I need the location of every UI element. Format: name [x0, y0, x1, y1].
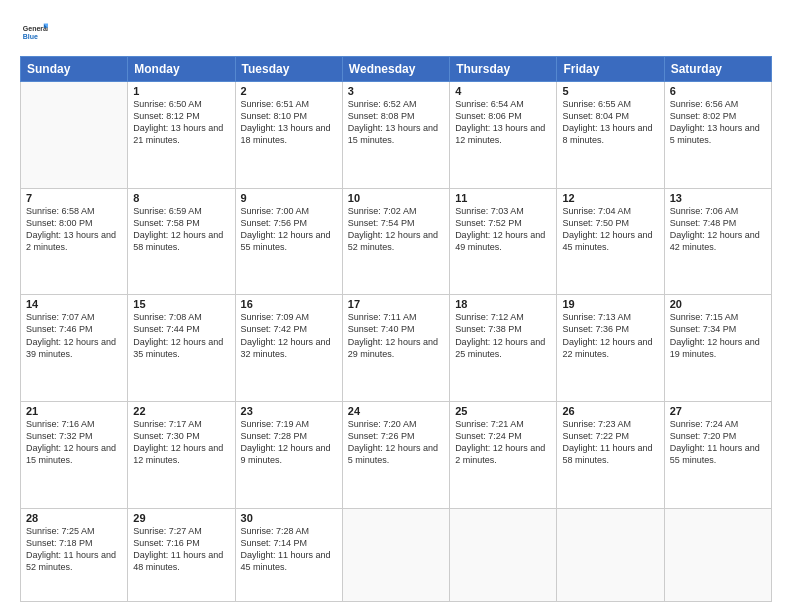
logo: General Blue	[20, 18, 52, 46]
calendar-cell	[21, 82, 128, 189]
calendar-cell: 19Sunrise: 7:13 AM Sunset: 7:36 PM Dayli…	[557, 295, 664, 402]
calendar-cell: 9Sunrise: 7:00 AM Sunset: 7:56 PM Daylig…	[235, 188, 342, 295]
day-number: 20	[670, 298, 766, 310]
day-number: 13	[670, 192, 766, 204]
calendar-cell	[664, 508, 771, 601]
day-number: 8	[133, 192, 229, 204]
day-detail: Sunrise: 7:20 AM Sunset: 7:26 PM Dayligh…	[348, 418, 444, 467]
day-number: 7	[26, 192, 122, 204]
day-number: 17	[348, 298, 444, 310]
col-header-sunday: Sunday	[21, 57, 128, 82]
calendar-week-row: 21Sunrise: 7:16 AM Sunset: 7:32 PM Dayli…	[21, 401, 772, 508]
day-detail: Sunrise: 7:21 AM Sunset: 7:24 PM Dayligh…	[455, 418, 551, 467]
day-detail: Sunrise: 6:55 AM Sunset: 8:04 PM Dayligh…	[562, 98, 658, 147]
day-detail: Sunrise: 7:16 AM Sunset: 7:32 PM Dayligh…	[26, 418, 122, 467]
day-detail: Sunrise: 7:25 AM Sunset: 7:18 PM Dayligh…	[26, 525, 122, 574]
calendar-cell	[342, 508, 449, 601]
day-detail: Sunrise: 7:27 AM Sunset: 7:16 PM Dayligh…	[133, 525, 229, 574]
day-number: 9	[241, 192, 337, 204]
day-number: 28	[26, 512, 122, 524]
day-detail: Sunrise: 7:04 AM Sunset: 7:50 PM Dayligh…	[562, 205, 658, 254]
day-detail: Sunrise: 6:52 AM Sunset: 8:08 PM Dayligh…	[348, 98, 444, 147]
calendar-cell: 12Sunrise: 7:04 AM Sunset: 7:50 PM Dayli…	[557, 188, 664, 295]
day-number: 16	[241, 298, 337, 310]
calendar-cell: 5Sunrise: 6:55 AM Sunset: 8:04 PM Daylig…	[557, 82, 664, 189]
calendar-cell: 28Sunrise: 7:25 AM Sunset: 7:18 PM Dayli…	[21, 508, 128, 601]
day-detail: Sunrise: 6:54 AM Sunset: 8:06 PM Dayligh…	[455, 98, 551, 147]
day-number: 25	[455, 405, 551, 417]
col-header-tuesday: Tuesday	[235, 57, 342, 82]
day-detail: Sunrise: 7:24 AM Sunset: 7:20 PM Dayligh…	[670, 418, 766, 467]
day-detail: Sunrise: 7:00 AM Sunset: 7:56 PM Dayligh…	[241, 205, 337, 254]
calendar-cell: 3Sunrise: 6:52 AM Sunset: 8:08 PM Daylig…	[342, 82, 449, 189]
day-detail: Sunrise: 7:28 AM Sunset: 7:14 PM Dayligh…	[241, 525, 337, 574]
day-detail: Sunrise: 7:12 AM Sunset: 7:38 PM Dayligh…	[455, 311, 551, 360]
calendar-cell: 23Sunrise: 7:19 AM Sunset: 7:28 PM Dayli…	[235, 401, 342, 508]
day-detail: Sunrise: 7:11 AM Sunset: 7:40 PM Dayligh…	[348, 311, 444, 360]
svg-rect-0	[21, 19, 46, 44]
day-detail: Sunrise: 7:19 AM Sunset: 7:28 PM Dayligh…	[241, 418, 337, 467]
col-header-thursday: Thursday	[450, 57, 557, 82]
calendar-cell: 16Sunrise: 7:09 AM Sunset: 7:42 PM Dayli…	[235, 295, 342, 402]
day-number: 15	[133, 298, 229, 310]
day-number: 22	[133, 405, 229, 417]
calendar-cell: 1Sunrise: 6:50 AM Sunset: 8:12 PM Daylig…	[128, 82, 235, 189]
day-number: 6	[670, 85, 766, 97]
calendar-table: SundayMondayTuesdayWednesdayThursdayFrid…	[20, 56, 772, 602]
day-detail: Sunrise: 7:07 AM Sunset: 7:46 PM Dayligh…	[26, 311, 122, 360]
day-number: 19	[562, 298, 658, 310]
day-number: 30	[241, 512, 337, 524]
calendar-cell: 22Sunrise: 7:17 AM Sunset: 7:30 PM Dayli…	[128, 401, 235, 508]
day-number: 29	[133, 512, 229, 524]
calendar-cell: 30Sunrise: 7:28 AM Sunset: 7:14 PM Dayli…	[235, 508, 342, 601]
calendar-week-row: 28Sunrise: 7:25 AM Sunset: 7:18 PM Dayli…	[21, 508, 772, 601]
day-number: 11	[455, 192, 551, 204]
calendar-cell: 15Sunrise: 7:08 AM Sunset: 7:44 PM Dayli…	[128, 295, 235, 402]
day-detail: Sunrise: 7:17 AM Sunset: 7:30 PM Dayligh…	[133, 418, 229, 467]
calendar-cell	[557, 508, 664, 601]
col-header-saturday: Saturday	[664, 57, 771, 82]
calendar-cell: 14Sunrise: 7:07 AM Sunset: 7:46 PM Dayli…	[21, 295, 128, 402]
day-detail: Sunrise: 7:09 AM Sunset: 7:42 PM Dayligh…	[241, 311, 337, 360]
calendar-cell: 11Sunrise: 7:03 AM Sunset: 7:52 PM Dayli…	[450, 188, 557, 295]
day-number: 24	[348, 405, 444, 417]
col-header-wednesday: Wednesday	[342, 57, 449, 82]
calendar-cell: 26Sunrise: 7:23 AM Sunset: 7:22 PM Dayli…	[557, 401, 664, 508]
day-detail: Sunrise: 6:59 AM Sunset: 7:58 PM Dayligh…	[133, 205, 229, 254]
day-number: 21	[26, 405, 122, 417]
day-detail: Sunrise: 7:15 AM Sunset: 7:34 PM Dayligh…	[670, 311, 766, 360]
calendar-cell: 25Sunrise: 7:21 AM Sunset: 7:24 PM Dayli…	[450, 401, 557, 508]
day-number: 14	[26, 298, 122, 310]
day-number: 26	[562, 405, 658, 417]
day-detail: Sunrise: 7:02 AM Sunset: 7:54 PM Dayligh…	[348, 205, 444, 254]
day-number: 1	[133, 85, 229, 97]
page-header: General Blue	[20, 18, 772, 46]
calendar-week-row: 7Sunrise: 6:58 AM Sunset: 8:00 PM Daylig…	[21, 188, 772, 295]
calendar-cell: 21Sunrise: 7:16 AM Sunset: 7:32 PM Dayli…	[21, 401, 128, 508]
day-number: 23	[241, 405, 337, 417]
day-number: 10	[348, 192, 444, 204]
day-detail: Sunrise: 6:50 AM Sunset: 8:12 PM Dayligh…	[133, 98, 229, 147]
day-detail: Sunrise: 7:03 AM Sunset: 7:52 PM Dayligh…	[455, 205, 551, 254]
calendar-cell: 18Sunrise: 7:12 AM Sunset: 7:38 PM Dayli…	[450, 295, 557, 402]
calendar-week-row: 14Sunrise: 7:07 AM Sunset: 7:46 PM Dayli…	[21, 295, 772, 402]
calendar-cell: 8Sunrise: 6:59 AM Sunset: 7:58 PM Daylig…	[128, 188, 235, 295]
day-detail: Sunrise: 6:58 AM Sunset: 8:00 PM Dayligh…	[26, 205, 122, 254]
calendar-cell: 27Sunrise: 7:24 AM Sunset: 7:20 PM Dayli…	[664, 401, 771, 508]
day-detail: Sunrise: 7:06 AM Sunset: 7:48 PM Dayligh…	[670, 205, 766, 254]
calendar-cell: 4Sunrise: 6:54 AM Sunset: 8:06 PM Daylig…	[450, 82, 557, 189]
day-number: 3	[348, 85, 444, 97]
day-detail: Sunrise: 7:08 AM Sunset: 7:44 PM Dayligh…	[133, 311, 229, 360]
calendar-cell: 20Sunrise: 7:15 AM Sunset: 7:34 PM Dayli…	[664, 295, 771, 402]
day-number: 27	[670, 405, 766, 417]
calendar-week-row: 1Sunrise: 6:50 AM Sunset: 8:12 PM Daylig…	[21, 82, 772, 189]
calendar-cell: 7Sunrise: 6:58 AM Sunset: 8:00 PM Daylig…	[21, 188, 128, 295]
calendar-cell	[450, 508, 557, 601]
calendar-cell: 17Sunrise: 7:11 AM Sunset: 7:40 PM Dayli…	[342, 295, 449, 402]
day-number: 4	[455, 85, 551, 97]
day-number: 12	[562, 192, 658, 204]
col-header-monday: Monday	[128, 57, 235, 82]
day-number: 18	[455, 298, 551, 310]
day-detail: Sunrise: 7:23 AM Sunset: 7:22 PM Dayligh…	[562, 418, 658, 467]
day-number: 2	[241, 85, 337, 97]
